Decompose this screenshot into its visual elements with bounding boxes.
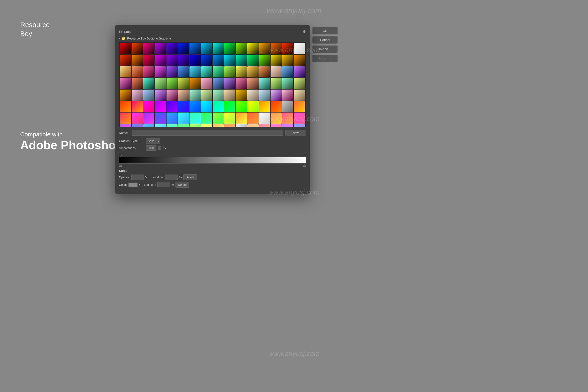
gradient-swatch[interactable] [178,90,189,100]
gradient-swatch[interactable] [143,112,154,124]
name-input[interactable] [132,130,283,136]
gradient-swatch[interactable] [132,78,143,89]
gradient-swatch[interactable] [282,66,293,78]
gradient-swatch[interactable] [190,90,200,100]
gradient-swatch[interactable] [178,43,189,54]
gradient-swatch[interactable] [166,90,178,100]
gradient-swatch[interactable] [224,124,235,127]
gradient-swatch[interactable] [224,55,235,66]
gradient-swatch[interactable] [224,66,235,78]
gradient-swatch[interactable] [236,124,247,127]
gradient-swatch[interactable] [155,78,166,89]
gradient-swatch[interactable] [236,55,247,66]
gradient-swatch[interactable] [190,55,200,66]
gradient-swatch[interactable] [282,112,293,124]
gradient-swatch[interactable] [120,124,131,127]
gradient-swatch[interactable] [201,78,212,89]
gradient-swatch[interactable] [270,55,282,66]
gradient-swatch[interactable] [178,55,189,66]
gradient-swatch[interactable] [224,112,235,124]
color-location-input[interactable] [157,182,170,188]
gradient-swatch[interactable] [236,112,247,124]
gradient-swatch[interactable] [270,90,282,100]
gradient-swatch[interactable] [166,124,178,127]
gradient-swatch[interactable] [132,112,143,124]
gradient-swatch[interactable] [155,43,166,54]
gradient-swatch[interactable] [270,43,282,54]
gradient-swatch[interactable] [143,55,154,66]
gradient-swatch[interactable] [120,66,131,78]
gradient-swatch[interactable] [190,101,200,112]
gradient-swatch[interactable] [236,66,247,78]
gradient-swatch[interactable] [178,124,189,127]
gradient-swatch[interactable] [166,112,178,124]
stop-indicator-top-left[interactable] [119,154,122,156]
gradient-swatch[interactable] [178,112,189,124]
gradient-swatch[interactable] [294,43,305,54]
gradient-swatch[interactable] [201,66,212,78]
gradient-swatch[interactable] [259,90,270,100]
gradient-swatch[interactable] [213,55,224,66]
export-button[interactable]: Export... [312,55,338,62]
gradient-swatch[interactable] [166,66,178,78]
gradient-swatch[interactable] [143,43,154,54]
gradient-swatch[interactable] [282,55,293,66]
gradient-swatch[interactable] [236,101,247,112]
gradient-swatch[interactable] [213,43,224,54]
gradient-swatch[interactable] [178,78,189,89]
gradient-swatch[interactable] [259,66,270,78]
color-swatch[interactable] [128,182,138,187]
gradient-swatch[interactable] [270,78,282,89]
gradient-swatch[interactable] [120,78,131,89]
gradient-bar[interactable] [119,157,306,164]
ok-button[interactable]: OK [312,27,338,34]
gradient-swatch[interactable] [270,66,282,78]
gradient-swatch[interactable] [201,112,212,124]
gradient-swatch[interactable] [190,43,200,54]
gradient-swatch[interactable] [224,101,235,112]
opacity-input[interactable] [132,174,144,180]
gradient-swatch[interactable] [132,66,143,78]
gradient-swatch[interactable] [259,55,270,66]
gradient-swatch[interactable] [143,124,154,127]
gradient-swatch[interactable] [120,112,131,124]
gradient-swatch[interactable] [247,78,258,89]
gradient-swatch[interactable] [143,66,154,78]
stop-indicator-bottom-right[interactable] [303,164,306,167]
gradient-swatch[interactable] [155,66,166,78]
gradient-swatch[interactable] [224,43,235,54]
gradient-swatch[interactable] [294,124,305,127]
gradient-swatch[interactable] [213,90,224,100]
gradient-swatch[interactable] [259,101,270,112]
gradient-swatch[interactable] [270,124,282,127]
gradient-swatch[interactable] [270,112,282,124]
gradient-swatch[interactable] [247,101,258,112]
gradient-swatch[interactable] [190,124,200,127]
gradient-swatch[interactable] [224,78,235,89]
opacity-location-input[interactable] [165,174,178,180]
gradient-swatch[interactable] [155,90,166,100]
gradient-swatch[interactable] [132,55,143,66]
gradient-swatch[interactable] [190,66,200,78]
stop-indicator-bottom-left[interactable] [119,164,122,167]
smoothness-input[interactable] [146,145,156,151]
gradient-swatch[interactable] [132,124,143,127]
gradient-swatch[interactable] [213,78,224,89]
gradient-swatch[interactable] [120,43,131,54]
chevron-icon[interactable]: ▾ [119,37,120,40]
new-button[interactable]: New [285,130,306,136]
gradient-swatch[interactable] [213,112,224,124]
cancel-button[interactable]: Cancel [312,36,338,44]
gradient-swatch[interactable] [132,43,143,54]
gradient-swatch[interactable] [294,55,305,66]
gradient-swatch[interactable] [259,124,270,127]
gradient-swatch[interactable] [247,43,258,54]
gradient-swatch[interactable] [247,124,258,127]
gradient-swatch[interactable] [201,55,212,66]
gradient-swatch[interactable] [247,66,258,78]
gradient-swatch[interactable] [282,124,293,127]
gradient-swatch[interactable] [294,78,305,89]
gradient-swatch[interactable] [120,90,131,100]
gradient-swatch[interactable] [166,78,178,89]
gradient-swatch[interactable] [155,112,166,124]
